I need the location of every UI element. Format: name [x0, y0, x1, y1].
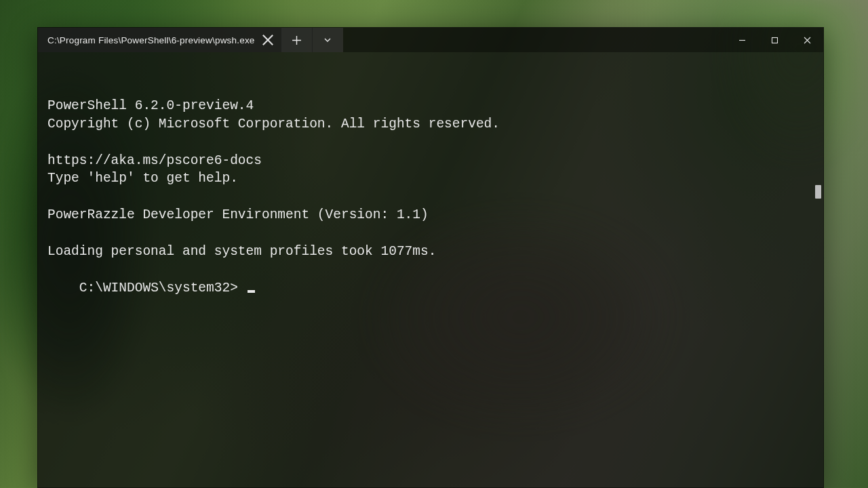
terminal-line: Copyright (c) Microsoft Corporation. All… [47, 115, 814, 134]
terminal-line [47, 188, 814, 206]
titlebar-drag-region[interactable] [343, 28, 726, 52]
cursor [248, 290, 255, 293]
terminal-line [47, 224, 814, 243]
terminal-output: PowerShell 6.2.0-preview.4Copyright (c) … [47, 97, 814, 261]
terminal-prompt: C:\WINDOWS\system32> [79, 281, 246, 296]
terminal-line [47, 134, 814, 152]
minimize-icon [738, 37, 746, 44]
new-tab-button[interactable] [281, 28, 312, 52]
tab-dropdown-button[interactable] [312, 28, 343, 52]
terminal-line: https://aka.ms/pscore6-docs [47, 152, 814, 170]
close-window-button[interactable] [791, 28, 823, 52]
terminal-line: PowerRazzle Developer Environment (Versi… [47, 206, 814, 224]
window-controls [726, 28, 823, 52]
maximize-icon [771, 37, 778, 44]
minimize-button[interactable] [726, 28, 758, 52]
tab-active[interactable]: C:\Program Files\PowerShell\6-preview\pw… [38, 28, 281, 52]
terminal-body[interactable]: PowerShell 6.2.0-preview.4Copyright (c) … [38, 52, 823, 487]
terminal-line: Loading personal and system profiles too… [47, 243, 814, 261]
plus-icon [292, 35, 302, 45]
svg-rect-0 [772, 37, 777, 43]
close-icon [804, 37, 811, 44]
tab-actions [281, 28, 343, 52]
close-tab-button[interactable] [262, 34, 274, 46]
close-icon [262, 34, 274, 46]
scrollbar-thumb[interactable] [815, 185, 821, 199]
terminal-line: Type 'help' to get help. [47, 169, 814, 188]
maximize-button[interactable] [758, 28, 791, 52]
tab-title: C:\Program Files\PowerShell\6-preview\pw… [47, 35, 255, 45]
terminal-line: PowerShell 6.2.0-preview.4 [47, 97, 814, 115]
chevron-down-icon [323, 36, 332, 44]
titlebar[interactable]: C:\Program Files\PowerShell\6-preview\pw… [38, 28, 823, 52]
terminal-window: C:\Program Files\PowerShell\6-preview\pw… [37, 27, 824, 488]
